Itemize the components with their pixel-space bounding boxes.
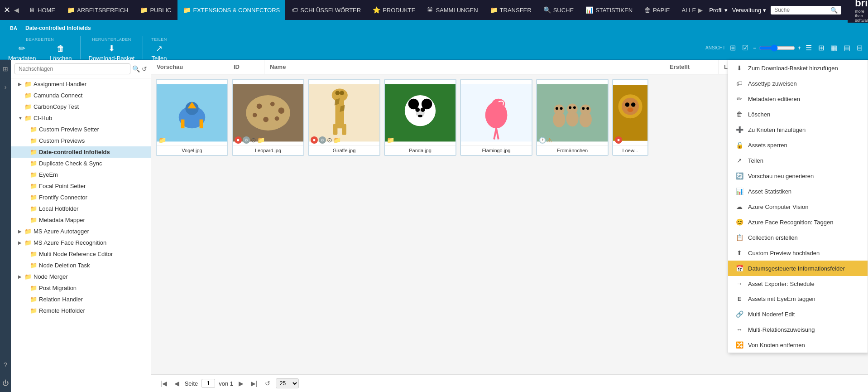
tree-item-focal-point[interactable]: 📁 Focal Point Setter	[11, 180, 151, 192]
tree-item-relation-handler[interactable]: 📁 Relation Handler	[11, 294, 151, 305]
top-navigation: ✕ ◀ 🖥 HOME 📁 ARBEITSBEREICH 📁 PUBLIC 📁 E…	[0, 0, 868, 20]
svg-point-40	[560, 107, 563, 110]
nav-alle[interactable]: ALLE ▶	[676, 0, 708, 20]
tree-item-ci-hub[interactable]: ▼ 📁 CI-Hub	[11, 112, 151, 124]
ctx-download-basket[interactable]: ⬇ Zum Download-Basket hinzufügen	[728, 60, 868, 76]
asset-card[interactable]: Flamingo.jpg	[460, 79, 532, 156]
nav-produkte[interactable]: ⭐ PRODUKTE	[367, 0, 421, 20]
ctx-asset-exporter[interactable]: → Asset Exporter: Schedule	[728, 276, 868, 291]
back-arrow-icon[interactable]: ◀	[14, 6, 19, 14]
top-search-box[interactable]: 🔍	[771, 6, 841, 15]
zoom-slider[interactable]	[759, 44, 795, 52]
layers-sidebar-icon[interactable]: ⊞	[1, 63, 10, 74]
tree-item-custom-preview-setter[interactable]: 📁 Custom Preview Setter	[11, 124, 151, 135]
ctx-loschen[interactable]: 🗑 Löschen	[728, 106, 868, 122]
ctx-azure-vision[interactable]: ☁ Azure Computer Vision	[728, 199, 868, 214]
nav-statistiken[interactable]: 📊 STATISTIKEN	[580, 0, 638, 20]
asset-thumbnail	[461, 80, 532, 145]
ctx-azure-face[interactable]: 😊 Azure Face Recognition: Taggen	[728, 214, 868, 230]
ctx-multi-noderef[interactable]: 🔗 Multi Noderef Edit	[728, 306, 868, 322]
ctx-von-knoten[interactable]: 🔀 Von Knoten entfernen	[728, 337, 868, 353]
tag-icon: 🏷	[292, 6, 298, 14]
tree-item-eyeem[interactable]: 📁 EyeEm	[11, 169, 151, 180]
detail-view-icon[interactable]: ▤	[842, 42, 852, 54]
ctx-asset-statistiken[interactable]: 📊 Asset Statistiken	[728, 184, 868, 199]
tree-refresh-icon[interactable]: ↺	[142, 65, 147, 73]
nav-transfer[interactable]: 📁 TRANSFER	[484, 0, 537, 20]
tree-item-duplicate-check[interactable]: 📁 Duplicate Check & Sync	[11, 158, 151, 169]
tree-item-frontify[interactable]: 📁 Frontify Connector	[11, 192, 151, 203]
close-icon[interactable]: ✕	[4, 5, 10, 15]
last-page-button[interactable]: ▶|	[249, 379, 259, 388]
asset-card[interactable]: 📁 Panda.jpg	[384, 79, 456, 156]
page-number-input[interactable]	[201, 379, 215, 388]
nav-schlusselworter[interactable]: 🏷 SCHLÜSSELWÖRTER	[286, 0, 366, 20]
tree-item-post-migration[interactable]: 📁 Post Migration	[11, 282, 151, 294]
question-icon[interactable]: ?	[2, 359, 9, 370]
svg-point-51	[622, 97, 639, 115]
tree-item-date-controlled[interactable]: 📁 Date-controlled Infofields	[11, 146, 151, 158]
tree-item-custom-previews[interactable]: 📁 Custom Previews	[11, 135, 151, 146]
asset-card[interactable]: 📁 Vogel.jpg	[156, 79, 228, 156]
checkbox-icon[interactable]: ☑	[740, 42, 750, 54]
next-page-button[interactable]: ▶	[237, 379, 245, 388]
asset-card[interactable]: ■ Loew...	[612, 79, 648, 156]
ctx-assettyp[interactable]: 🏷 Assettyp zuweisen	[728, 76, 868, 91]
tree-item-multi-node-ref[interactable]: 📁 Multi Node Reference Editor	[11, 248, 151, 260]
tree-item-remote-hotfolder[interactable]: 📁 Remote Hotfolder	[11, 305, 151, 316]
toolbar-right: ANSICHT ⊞ ☑ − + ☰ ⊞ ▦ ▤ ⊟	[702, 36, 868, 59]
ctx-eyeem-taggen[interactable]: E Assets mit EyeEm taggen	[728, 291, 868, 306]
tree-item-assignment-handler[interactable]: ▶ 📁 Assignment Handler	[11, 78, 151, 90]
tree-item-ms-azure-face[interactable]: ▶ 📁 MS Azure Face Recognition	[11, 237, 151, 248]
nav-papie[interactable]: 🗑 PAPIE	[639, 0, 675, 20]
asset-card[interactable]: ■ ⊘ ⊙ 📁 Giraffe.jpg	[308, 79, 380, 156]
nav-public[interactable]: 📁 PUBLIC	[134, 0, 177, 20]
tree-search-input[interactable]	[14, 63, 130, 74]
verwaltung-button[interactable]: Verwaltung ▾	[732, 7, 766, 14]
nav-suche[interactable]: 🔍 SUCHE	[538, 0, 580, 20]
power-icon[interactable]: ⏻	[0, 377, 10, 388]
nav-arbeitsbereich[interactable]: 📁 ARBEITSBEREICH	[62, 0, 134, 20]
tree-item-metadata-mapper[interactable]: 📁 Metadata Mapper	[11, 214, 151, 226]
first-page-button[interactable]: |◀	[158, 379, 169, 388]
ctx-datumsgesteuerte[interactable]: 📅 Datumsgesteuerte Informationsfelder	[728, 261, 868, 276]
prev-page-button[interactable]: ◀	[173, 379, 181, 388]
extra-view-icon[interactable]: ⊟	[855, 42, 864, 54]
tree-item-node-merger[interactable]: ▶ 📁 Node Merger	[11, 271, 151, 282]
tree-item-carboncopy[interactable]: 📁 CarbonCopy Test	[11, 101, 151, 112]
avatar[interactable]: BA	[7, 22, 20, 34]
ctx-preview-hochladen[interactable]: ⬆ Custom Preview hochladen	[728, 245, 868, 261]
list-view-icon[interactable]: ☰	[804, 42, 814, 54]
nav-extensions[interactable]: 📁 EXTENSIONS & CONNECTORS	[177, 0, 285, 20]
folder-icon: 📁	[30, 149, 37, 155]
tree-search-icon[interactable]: 🔍	[132, 65, 140, 73]
chevron-right-icon[interactable]: ›	[3, 82, 9, 92]
ctx-vorschau-generieren[interactable]: 🔄 Vorschau neu generieren	[728, 168, 868, 184]
asset-thumbnail: 🕐 ⚠	[537, 80, 608, 145]
tree-item-local-hotfolder[interactable]: 📁 Local Hotfolder	[11, 203, 151, 214]
ctx-collection[interactable]: 📋 Collection erstellen	[728, 230, 868, 245]
asset-name: Panda.jpg	[385, 145, 456, 155]
top-search-input[interactable]	[774, 7, 829, 13]
grid-view-icon[interactable]: ⊞	[816, 42, 826, 54]
ctx-sperren[interactable]: 🔒 Assets sperren	[728, 137, 868, 153]
tile-view-icon[interactable]: ▦	[829, 42, 839, 54]
tree-item-camunda[interactable]: 📁 Camunda Connect	[11, 90, 151, 101]
profil-button[interactable]: Profil ▾	[709, 7, 728, 14]
asset-card[interactable]: ■ ⊘ ⊙ 📁 Leopard.jpg	[232, 79, 304, 156]
ctx-multi-relations[interactable]: ↔ Multi-Relationszuweisung	[728, 322, 868, 337]
layers-icon[interactable]: ⊞	[728, 42, 738, 54]
tree-item-node-deletion[interactable]: 📁 Node Deletion Task	[11, 260, 151, 271]
ctx-zu-knoten[interactable]: ➕ Zu Knoten hinzufügen	[728, 122, 868, 137]
tree-item-ms-azure-autotagger[interactable]: ▶ 📁 MS Azure Autotagger	[11, 226, 151, 237]
asset-card[interactable]: 🕐 ⚠ Erdmännchen	[536, 79, 609, 156]
nav-home[interactable]: 🖥 HOME	[24, 0, 61, 20]
ctx-metadaten[interactable]: ✏ Metadaten editieren	[728, 91, 868, 106]
zoom-plus-icon[interactable]: +	[798, 45, 801, 51]
refresh-button[interactable]: ↺	[263, 379, 272, 388]
ctx-teilen[interactable]: ↗ Teilen	[728, 153, 868, 168]
zoom-minus-icon[interactable]: −	[753, 45, 756, 51]
nav-sammlungen[interactable]: 🏛 SAMMLUNGEN	[422, 0, 483, 20]
folder-icon: 📁	[24, 81, 32, 87]
per-page-select[interactable]: 25 50 100	[276, 378, 299, 388]
